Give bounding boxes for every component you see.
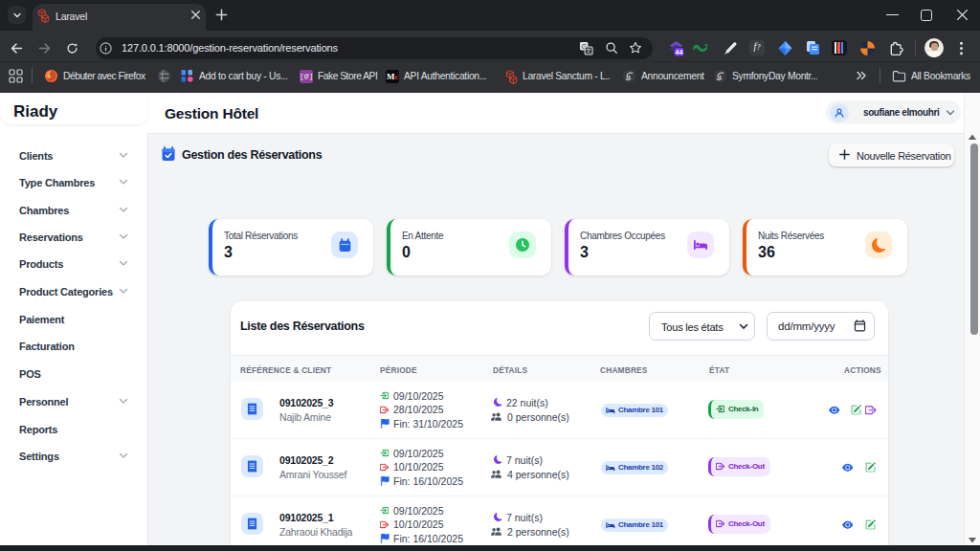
svg-text:文: 文 bbox=[586, 47, 591, 54]
svg-text:44: 44 bbox=[676, 49, 683, 55]
